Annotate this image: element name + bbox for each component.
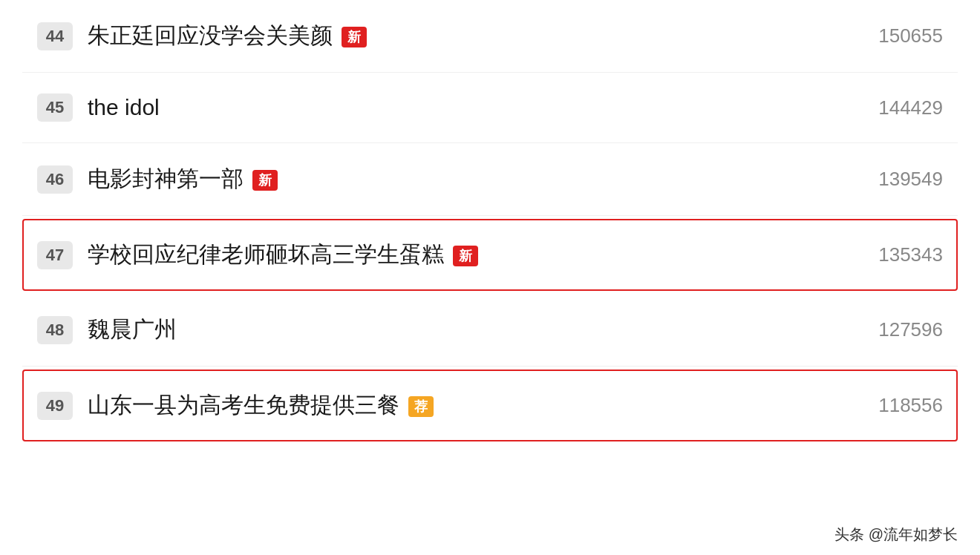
item-left: 47学校回应纪律老师砸坏高三学生蛋糕新	[37, 240, 478, 270]
list-item[interactable]: 44朱正廷回应没学会关美颜新150655	[22, 0, 958, 73]
item-left: 46电影封神第一部新	[37, 164, 278, 194]
item-title: 山东一县为高考生免费提供三餐荐	[88, 390, 434, 421]
item-count: 139549	[878, 168, 943, 191]
rank-badge: 45	[37, 93, 73, 122]
list-item[interactable]: 47学校回应纪律老师砸坏高三学生蛋糕新135343	[22, 219, 958, 291]
item-title: 魏晨广州	[88, 315, 177, 345]
item-title: 朱正廷回应没学会关美颜新	[88, 21, 367, 51]
rank-badge: 47	[37, 241, 73, 269]
item-left: 44朱正廷回应没学会关美颜新	[37, 21, 367, 51]
rank-badge: 44	[37, 22, 73, 50]
watermark-text: 头条 @流年如梦长	[834, 525, 958, 545]
item-title: the idol	[88, 95, 160, 120]
item-count: 144429	[878, 96, 943, 119]
item-title: 电影封神第一部新	[88, 164, 278, 194]
rank-badge: 48	[37, 316, 73, 344]
item-badge: 新	[453, 246, 478, 266]
item-count: 118556	[878, 394, 943, 417]
item-title: 学校回应纪律老师砸坏高三学生蛋糕新	[88, 240, 478, 270]
item-badge: 新	[252, 170, 278, 191]
item-count: 150655	[878, 24, 943, 47]
rank-badge: 49	[37, 392, 73, 420]
list-item[interactable]: 46电影封神第一部新139549	[22, 143, 958, 216]
item-badge: 荐	[408, 396, 434, 417]
list-item[interactable]: 49山东一县为高考生免费提供三餐荐118556	[22, 370, 958, 441]
item-left: 48魏晨广州	[37, 315, 177, 345]
list-item[interactable]: 48魏晨广州127596	[22, 294, 958, 367]
item-left: 45the idol	[37, 93, 160, 122]
rank-badge: 46	[37, 165, 73, 194]
item-badge: 新	[342, 27, 367, 47]
item-count: 127596	[878, 318, 943, 341]
list-item[interactable]: 45the idol144429	[22, 73, 958, 143]
trending-list: 44朱正廷回应没学会关美颜新15065545the idol14442946电影…	[0, 0, 980, 555]
item-count: 135343	[878, 243, 943, 266]
item-left: 49山东一县为高考生免费提供三餐荐	[37, 390, 434, 421]
